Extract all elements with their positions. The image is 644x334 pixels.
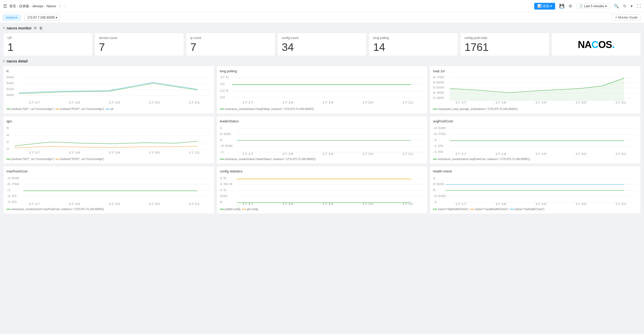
breadcrumb-nacos[interactable]: Nacos (46, 4, 56, 8)
svg-text:6: 6 (6, 127, 9, 130)
svg-text:500: 500 (6, 94, 14, 97)
svg-text:0.500: 0.500 (220, 133, 231, 136)
chart-rt: rt 560 540 520 500 17:17 17:18 (3, 66, 214, 114)
svg-text:17:17: 17:17 (455, 203, 466, 205)
star-icon[interactable]: ☆ (59, 4, 62, 8)
detail-section-header: ▾ nacos detail (3, 59, 641, 63)
svg-text:17:17: 17:17 (242, 203, 253, 205)
monitor-delete-icon[interactable]: 🗑 (39, 26, 43, 30)
svg-text:10: 10 (220, 96, 225, 99)
monitor-collapse-icon[interactable]: ▾ (3, 26, 5, 30)
monitor-guide-button[interactable]: ↗ Monitor Guide (611, 14, 641, 21)
svg-text:17:19: 17:19 (109, 151, 120, 154)
stat-long-polling: long polling 14 (369, 33, 458, 56)
svg-text:-1.25: -1.25 (6, 195, 17, 197)
stat-up-label: UP (7, 36, 88, 40)
svg-text:17:19: 17:19 (109, 203, 120, 205)
svg-text:17:18: 17:18 (495, 153, 506, 155)
breadcrumb-devops[interactable]: devops (33, 4, 43, 8)
chart-long-polling-area: 17.5 15 12.5 10 17:17 17:18 17:19 17:20 … (220, 75, 424, 106)
svg-text:17:20: 17:20 (149, 203, 160, 205)
instance-bar: instance 172.87.7.246:30005 ▾ ↗ Monitor … (0, 12, 644, 23)
chart-qps-svg: 6 4 2 0 17:17 17:18 17:19 17:20 (6, 125, 211, 156)
stat-ip-value: 7 (190, 42, 271, 53)
chart-config-statistics-area: 2 K 1.50 K 1 K 500 0 17:17 17: (220, 175, 424, 206)
svg-text:17:17: 17:17 (455, 153, 466, 155)
chart-config-statistics: config statistics 2 K 1.50 K 1 K 500 0 (216, 166, 428, 214)
save-icon[interactable]: 💾 (559, 4, 564, 9)
chart-load-1m-svg: 0.700 0.600 0.500 0.400 0.300 17:17 17:1… (433, 75, 638, 106)
svg-text:1: 1 (220, 127, 222, 130)
chart-rt-svg: 560 540 520 500 17:17 17:18 17:19 17:20 (6, 75, 211, 106)
top-nav: ☰ 首页 › 仪表板 › devops › Nacos ☆ ⋮ 📊 添加 ▾ 💾… (0, 0, 644, 12)
svg-text:17:21: 17:21 (615, 203, 626, 205)
svg-text:500: 500 (220, 195, 227, 197)
refresh-icon[interactable]: ↻ (623, 4, 626, 9)
chart-health-check-area: 1 0.500 0 -0.500 -1 17:17 17:18 (433, 175, 638, 206)
time-selector[interactable]: 🕐 Last 5 minutes ▾ (576, 3, 610, 9)
nacos-logo: NACOS. (578, 38, 615, 51)
stat-service-label: service count (99, 36, 180, 40)
chart-health-check-svg: 1 0.500 0 -0.500 -1 17:17 17:18 (433, 175, 638, 206)
chart-health-check: health check 1 0.500 0 -0.500 -1 (430, 166, 641, 214)
stat-up-value: 1 (7, 42, 88, 53)
breadcrumb-home[interactable]: 首页 (9, 4, 16, 9)
svg-text:17:17: 17:17 (455, 101, 466, 104)
svg-text:-0.500: -0.500 (6, 177, 19, 180)
menu-icon[interactable]: ☰ (3, 3, 7, 9)
chart-load-1m-area: 0.700 0.600 0.500 0.400 0.300 17:17 17:1… (433, 75, 638, 106)
charts-grid: rt 560 540 520 500 17:17 17:18 (3, 66, 641, 214)
chart-max-push-cost-title: maxPushCost (6, 169, 211, 173)
chart-leader-status-area: 1 0.500 0 -0.500 -1 17:17 17:18 17:19 17… (220, 125, 424, 156)
svg-text:-1: -1 (433, 139, 437, 141)
share-icon[interactable]: ⋮ (64, 4, 67, 8)
settings-icon[interactable]: ⚙ (569, 4, 572, 9)
monitor-settings-icon[interactable]: ⚙ (34, 26, 37, 30)
breadcrumb-dashboard[interactable]: 仪表板 (19, 4, 29, 9)
chart-health-check-title: health check (433, 169, 638, 173)
svg-text:17:18: 17:18 (495, 101, 506, 104)
svg-text:17:19: 17:19 (109, 101, 120, 104)
svg-text:17:18: 17:18 (69, 151, 80, 154)
chart-long-polling: long polling 17.5 15 12.5 10 17:17 17:18 (216, 66, 428, 114)
detail-collapse-icon[interactable]: ▾ (3, 59, 5, 63)
add-chevron-icon: ▾ (550, 4, 552, 8)
stat-config-value: 34 (282, 42, 362, 53)
stat-config-label: config count (282, 36, 362, 40)
instance-selector[interactable]: 172.87.7.246:30005 ▾ (25, 14, 60, 21)
svg-text:17:20: 17:20 (149, 151, 160, 154)
external-link-icon: ↗ (615, 16, 617, 19)
stat-service-count: service count 7 (95, 33, 184, 56)
chart-avg-push-cost-svg: -0.500 -0.750 -1 -1.25 -1.50 17:17 17:18… (433, 125, 638, 156)
svg-text:-0.500: -0.500 (433, 195, 446, 197)
svg-text:17:21: 17:21 (402, 203, 413, 205)
stat-ip-label: ip count (190, 36, 271, 40)
stat-polling-value: 14 (373, 42, 454, 53)
add-button[interactable]: 📊 添加 ▾ (534, 3, 555, 10)
svg-text:17:21: 17:21 (189, 101, 200, 104)
monitor-section-header: ▾ nacos monitor ⚙ 🗑 (3, 26, 641, 30)
chart-max-push-cost-legend: max(nacos_monitor{name='maxPushCost', in… (6, 208, 211, 211)
chart-health-check-legend: {name="httpHealthCheck"} {name="mysqlHea… (433, 208, 638, 211)
svg-text:17:17: 17:17 (29, 101, 40, 104)
svg-text:0: 0 (220, 201, 222, 203)
fullscreen-icon[interactable]: ⛶ (637, 4, 641, 9)
search-icon[interactable]: 🔍 (614, 4, 619, 9)
svg-text:540: 540 (6, 82, 14, 85)
chart-long-polling-svg: 17.5 15 12.5 10 17:17 17:18 17:19 17:20 … (220, 75, 424, 106)
svg-text:-1: -1 (6, 189, 11, 192)
svg-text:-0.500: -0.500 (433, 127, 446, 130)
svg-text:4: 4 (6, 134, 9, 137)
svg-text:17:19: 17:19 (322, 153, 333, 155)
svg-text:17.5: 17.5 (220, 76, 229, 79)
expand-icon[interactable]: ▾ (631, 4, 633, 9)
svg-text:17:20: 17:20 (149, 101, 160, 104)
svg-text:0: 0 (433, 189, 436, 192)
chart-max-push-cost-area: -0.500 -0.750 -1 -1.25 -1.50 17:17 17:18… (6, 175, 211, 206)
svg-text:0: 0 (6, 148, 9, 150)
svg-text:17:20: 17:20 (362, 153, 373, 155)
svg-text:17:20: 17:20 (362, 101, 373, 104)
svg-text:17:18: 17:18 (69, 203, 80, 205)
chart-config-statistics-legend: publish config get config (220, 208, 424, 211)
chart-avg-push-cost-title: avgPushCost (433, 119, 638, 123)
